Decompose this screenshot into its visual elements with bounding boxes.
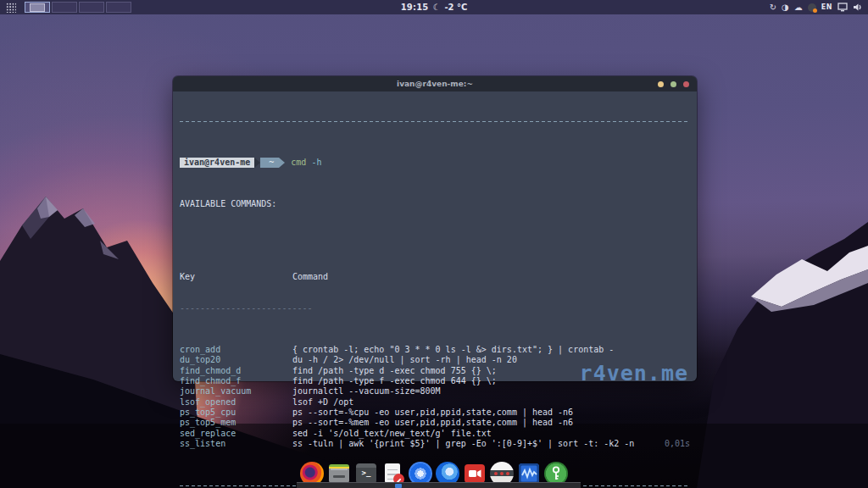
powerline-arrow-icon bbox=[254, 158, 260, 168]
temperature[interactable]: -2 °C bbox=[444, 3, 467, 12]
powerline-arrow-icon bbox=[279, 158, 285, 168]
redshift-icon[interactable]: ◑ bbox=[782, 0, 789, 14]
display-icon[interactable] bbox=[837, 3, 848, 12]
separator-short: -------------------------- bbox=[180, 303, 690, 313]
workspace-window-preview bbox=[30, 3, 45, 12]
keyboard-layout-indicator[interactable]: EN bbox=[821, 3, 832, 11]
updates-icon[interactable]: ↻ bbox=[770, 0, 776, 14]
output-heading: AVAILABLE COMMANDS: bbox=[180, 199, 690, 209]
close-button[interactable] bbox=[683, 81, 689, 87]
minimize-button[interactable] bbox=[658, 81, 664, 87]
notification-icon[interactable] bbox=[808, 3, 816, 12]
table-header: Key Command bbox=[180, 272, 690, 282]
blank-line bbox=[180, 230, 690, 241]
clock[interactable]: 19:15 bbox=[401, 3, 429, 12]
workspace-4[interactable] bbox=[106, 2, 131, 13]
window-title: ivan@r4ven-me:~ bbox=[397, 80, 473, 88]
workspace-3[interactable] bbox=[79, 2, 104, 13]
moon-icon: ☾ bbox=[432, 3, 440, 12]
terminal-window[interactable]: ivan@r4ven-me:~ ivan@r4ven-me ~ cmd -h A… bbox=[173, 76, 697, 381]
prompt-user: ivan@r4ven-me bbox=[180, 158, 254, 168]
taskbar-peek[interactable] bbox=[297, 482, 581, 488]
workspace-2[interactable] bbox=[52, 2, 77, 13]
maximize-button[interactable] bbox=[670, 81, 676, 87]
table-row: ps_top5_memps --sort=-%mem -eo user,pid,… bbox=[180, 418, 690, 428]
app-grid-icon[interactable] bbox=[6, 3, 16, 13]
table-row: cron_add{ crontab -l; echo "0 3 * * 0 ls… bbox=[180, 345, 690, 355]
watermark: r4ven.me bbox=[580, 369, 688, 379]
volume-icon[interactable] bbox=[853, 3, 863, 12]
terminal-body[interactable]: ivan@r4ven-me ~ cmd -h AVAILABLE COMMAND… bbox=[173, 92, 697, 381]
table-row: ps_top5_cpups --sort=-%cpu -eo user,pid,… bbox=[180, 408, 690, 418]
top-panel: 19:15 ☾ -2 °C ↻ ◑ ☁ EN bbox=[0, 0, 868, 14]
table-row: ss_listenss -tuln | awk '{print $5}' | g… bbox=[180, 439, 690, 449]
table-row: lsof_openedlsof +D /opt bbox=[180, 397, 690, 408]
desktop: 19:15 ☾ -2 °C ↻ ◑ ☁ EN ivan@r4ven-me:~ bbox=[0, 0, 868, 488]
prompt-line-1: ivan@r4ven-me ~ cmd -h bbox=[180, 158, 690, 168]
workspace-1[interactable] bbox=[25, 2, 50, 13]
command-args: -h bbox=[311, 158, 321, 168]
prompt-dir: ~ bbox=[260, 158, 279, 168]
window-buttons bbox=[658, 76, 689, 92]
system-tray: ↻ ◑ ☁ EN bbox=[770, 0, 863, 14]
table-row: sed_replacesed -i 's/old_text/new_text/g… bbox=[180, 429, 690, 439]
terminal-titlebar[interactable]: ivan@r4ven-me:~ bbox=[173, 76, 697, 92]
separator-dashed bbox=[180, 116, 690, 126]
table-row: journal_vacuumjournalctl --vacuum-size=8… bbox=[180, 386, 690, 396]
exec-time: 0,01s bbox=[665, 439, 690, 449]
workspace-switcher bbox=[25, 2, 131, 13]
cloud-icon[interactable]: ☁ bbox=[794, 0, 803, 14]
command-name: cmd bbox=[291, 158, 306, 168]
taskbar-item-icon[interactable] bbox=[395, 484, 402, 488]
